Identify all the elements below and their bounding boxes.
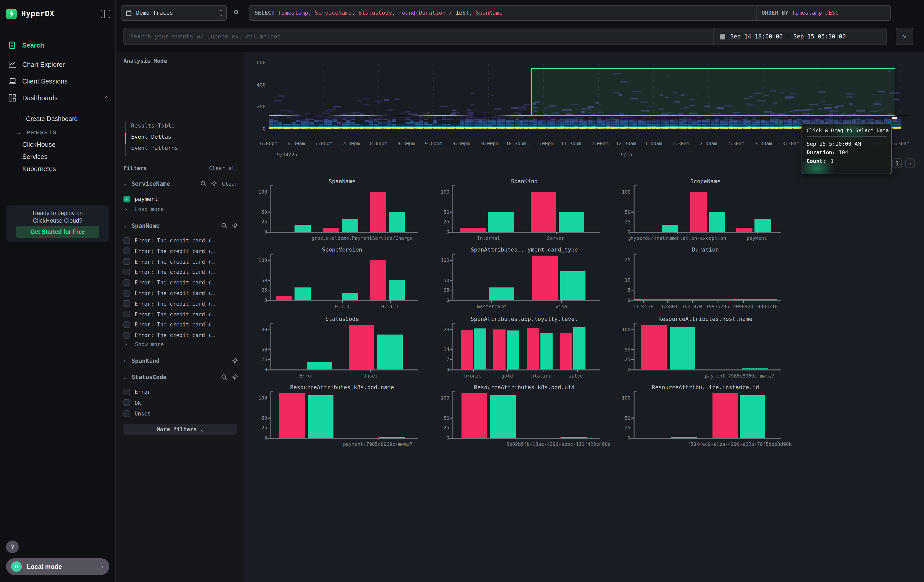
analysis-mode-option-event-patterns[interactable]: Event Patterns bbox=[131, 145, 178, 151]
local-mode-button[interactable]: U Local mode › bbox=[6, 558, 109, 575]
filter-option-spanname-8[interactable]: Error: The credit card (… bbox=[124, 320, 239, 329]
filter-option-ok[interactable]: Ok bbox=[124, 398, 239, 407]
y-tick-label: 0 bbox=[264, 435, 267, 440]
filter-group-spanname-header[interactable]: ⌄ SpanName bbox=[124, 222, 238, 229]
help-button[interactable]: ? bbox=[6, 541, 19, 553]
sidebar-item-create-dashboard[interactable]: + Create Dashboard bbox=[0, 112, 116, 125]
checkbox-icon[interactable] bbox=[124, 248, 130, 254]
filter-group-title: ServiceName bbox=[132, 180, 170, 187]
chart-title: ScopeVersion bbox=[271, 246, 413, 253]
page-number-button[interactable]: 5 bbox=[892, 158, 902, 168]
checkbox-icon[interactable] bbox=[124, 311, 130, 317]
checkbox-icon[interactable] bbox=[124, 300, 130, 307]
checkbox-checked-icon[interactable]: ✓ bbox=[124, 196, 130, 202]
bar-chart-resourceattribu-ice-instance-id: ResourceAttribu..ice.instance.id02550100… bbox=[620, 384, 792, 451]
checkbox-icon[interactable] bbox=[124, 399, 130, 406]
run-query-button[interactable]: ▷ bbox=[896, 28, 913, 45]
search-icon[interactable] bbox=[201, 181, 207, 187]
clear-all-link[interactable]: Clear all bbox=[209, 165, 238, 171]
tooltip-count: Count: 1 bbox=[807, 158, 886, 164]
bar bbox=[507, 331, 519, 369]
filter-option-error[interactable]: Error bbox=[124, 387, 239, 396]
bar bbox=[388, 280, 405, 300]
order-by-input[interactable]: ORDER BY Timestamp DESC bbox=[756, 5, 891, 21]
page-next-button[interactable]: › bbox=[905, 158, 915, 168]
sidebar-item-client-sessions[interactable]: Client Sessions bbox=[0, 74, 116, 87]
checkbox-icon[interactable] bbox=[124, 237, 130, 244]
sidebar-item-search[interactable]: Search bbox=[0, 38, 116, 52]
x-tick-label: payment-7985c8969c-mwmw7 bbox=[343, 441, 412, 447]
checkbox-icon[interactable] bbox=[124, 410, 130, 417]
checkbox-icon[interactable] bbox=[124, 290, 130, 296]
checkbox-icon[interactable] bbox=[124, 279, 130, 286]
order-by-tokens: ORDER BY Timestamp DESC bbox=[762, 10, 839, 16]
search-icon[interactable] bbox=[221, 374, 227, 380]
checkbox-icon[interactable] bbox=[124, 258, 130, 265]
checkbox-icon[interactable] bbox=[124, 332, 130, 338]
filter-option-spanname-3[interactable]: Error: The credit card (… bbox=[124, 267, 239, 277]
gear-icon[interactable]: ⚙ bbox=[234, 7, 238, 16]
clear-servicename-link[interactable]: Clear bbox=[222, 181, 238, 187]
analysis-mode-option-event-deltas[interactable]: Event Deltas bbox=[131, 134, 171, 140]
filter-group-statuscode-header[interactable]: ⌄ StatusCode bbox=[124, 374, 238, 381]
sidebar-item-presets[interactable]: ⌄ PRESETS bbox=[0, 125, 116, 138]
filter-group-spankind-header[interactable]: › SpanKind bbox=[124, 357, 238, 364]
filter-option-payment[interactable]: ✓ payment bbox=[124, 195, 239, 203]
bar bbox=[379, 437, 405, 438]
pin-icon[interactable] bbox=[232, 358, 238, 364]
more-filters-button[interactable]: More filters ⌄ bbox=[124, 424, 237, 435]
get-started-button[interactable]: Get Started for Free bbox=[16, 226, 99, 238]
filter-option-unset[interactable]: Unset bbox=[124, 409, 239, 418]
sidebar-item-dashboards[interactable]: Dashboards ⌃ bbox=[0, 91, 116, 104]
sql-token: ServiceName bbox=[315, 10, 352, 16]
topbar: Demo Traces ⌃⌄ ⚙ SELECT Timestamp, Servi… bbox=[116, 0, 924, 52]
y-tick-label: 50 bbox=[261, 415, 267, 420]
source-select[interactable]: Demo Traces ⌃⌄ bbox=[121, 5, 227, 21]
search-icon[interactable] bbox=[221, 223, 227, 229]
y-tick-label: 50 bbox=[261, 209, 267, 214]
tooltip-time: Sep 15 5:10:00 AM bbox=[807, 141, 886, 147]
load-more-link[interactable]: › Load more bbox=[124, 206, 164, 212]
bar bbox=[490, 395, 516, 438]
analysis-mode-option-results-table[interactable]: Results Table bbox=[131, 122, 175, 129]
checkbox-icon[interactable] bbox=[124, 322, 130, 328]
filter-option-spanname-6[interactable]: Error: The credit card (… bbox=[124, 299, 239, 308]
heatmap-x-tick: 5:30am bbox=[892, 141, 909, 146]
filter-option-spanname-0[interactable]: Error: The credit card (… bbox=[124, 236, 239, 245]
pin-icon[interactable] bbox=[232, 374, 238, 380]
show-more-link[interactable]: › Show more bbox=[124, 341, 164, 347]
filter-option-spanname-5[interactable]: Error: The credit card (… bbox=[124, 289, 239, 298]
pin-icon[interactable] bbox=[211, 181, 217, 187]
bar bbox=[306, 362, 332, 369]
bar bbox=[742, 368, 768, 369]
sidebar-item-label: Chart Explorer bbox=[22, 61, 65, 68]
checkbox-icon[interactable] bbox=[124, 388, 130, 395]
heatmap-crosshair bbox=[896, 61, 896, 129]
sidebar-item-kubernetes[interactable]: Kubernetes bbox=[0, 162, 116, 175]
y-tick-label: 100 bbox=[441, 257, 449, 263]
sidebar-item-chart-explorer[interactable]: Chart Explorer bbox=[0, 58, 116, 71]
sidebar-collapse-icon[interactable] bbox=[101, 9, 110, 18]
sidebar-item-services[interactable]: Services bbox=[0, 150, 116, 163]
filter-option-spanname-2[interactable]: Error: The credit card (… bbox=[124, 257, 239, 266]
x-tick-label: 5e02b5fb-13ae-4296-bbbc-111f423c460d bbox=[506, 441, 610, 447]
checkbox-icon[interactable] bbox=[124, 269, 130, 275]
time-range-picker[interactable]: Sep 14 18:00:00 - Sep 15 05:30:00 bbox=[713, 28, 886, 45]
avatar: U bbox=[11, 561, 22, 572]
chevron-right-icon: › bbox=[124, 206, 128, 212]
chart-plot: 02550100payment-7985c8969c-mwmw7 bbox=[634, 325, 777, 369]
filter-option-spanname-1[interactable]: Error: The credit card (… bbox=[124, 246, 239, 256]
pin-icon[interactable] bbox=[232, 223, 238, 229]
y-tick-label: 25 bbox=[261, 219, 267, 225]
heatmap-selection-box[interactable] bbox=[531, 68, 895, 116]
bar bbox=[342, 219, 358, 232]
filter-option-spanname-7[interactable]: Error: The credit card (… bbox=[124, 310, 239, 318]
laptop-icon bbox=[8, 77, 17, 85]
filter-option-spanname-4[interactable]: Error: The credit card (… bbox=[124, 278, 239, 287]
y-tick-label: 25 bbox=[444, 219, 449, 225]
filter-group-servicename-header[interactable]: ⌄ ServiceName Clear bbox=[124, 180, 238, 187]
chevron-up-icon[interactable]: ⌃ bbox=[105, 95, 108, 101]
analysis-mode-title: Analysis Mode bbox=[124, 58, 167, 64]
sidebar-item-clickhouse[interactable]: ClickHouse bbox=[0, 138, 116, 151]
filter-option-spanname-9[interactable]: Error: The credit card (… bbox=[124, 330, 239, 340]
